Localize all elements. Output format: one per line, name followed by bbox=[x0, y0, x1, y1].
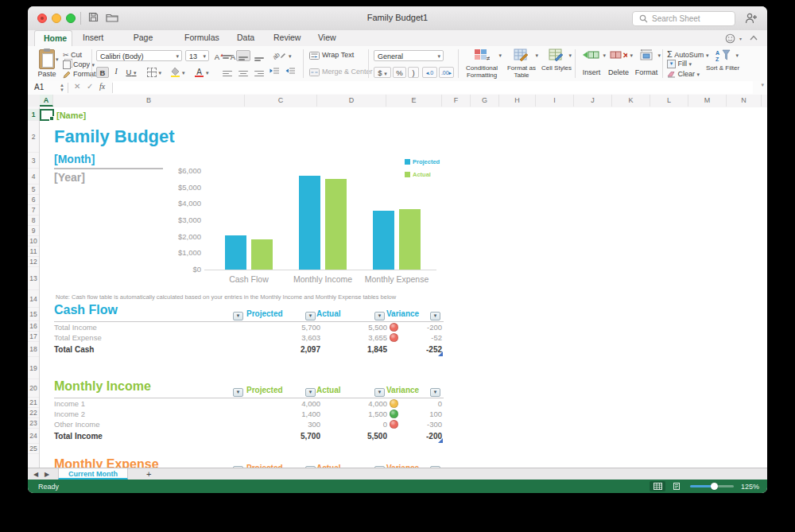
currency-format-button[interactable]: $ ▾ bbox=[374, 67, 391, 78]
tab-home[interactable]: Home bbox=[34, 30, 72, 46]
cell-note[interactable]: Note: Cash flow table is automatically c… bbox=[56, 293, 396, 301]
zoom-slider-knob[interactable] bbox=[711, 483, 718, 490]
share-add-person-icon[interactable] bbox=[745, 13, 758, 24]
column-header-n[interactable]: N bbox=[727, 95, 762, 107]
column-header-m[interactable]: M bbox=[688, 95, 727, 107]
sort-filter-button[interactable]: AZ ▾ Sort & Filter bbox=[705, 49, 740, 62]
font-size-select[interactable]: 13▾ bbox=[185, 50, 209, 61]
format-as-table-button[interactable]: ▾ Format as Table bbox=[505, 49, 538, 62]
column-header-g[interactable]: G bbox=[471, 95, 499, 107]
cut-button[interactable]: ✂ Cut bbox=[63, 50, 82, 60]
align-center-button[interactable] bbox=[236, 67, 250, 78]
filter-dropdown-button[interactable]: ▼ bbox=[305, 312, 316, 320]
row-header-12[interactable]: 12 bbox=[28, 257, 39, 267]
row-header-9[interactable]: 9 bbox=[28, 226, 39, 236]
align-middle-button[interactable] bbox=[236, 50, 250, 61]
row-header-20[interactable]: 20 bbox=[28, 379, 39, 398]
format-cells-button[interactable]: ▾ Format bbox=[634, 49, 659, 60]
fill-color-button[interactable]: ▾ bbox=[168, 67, 188, 78]
tab-page-layout[interactable]: Page Layout bbox=[114, 30, 173, 45]
row-header-25[interactable]: 25 bbox=[28, 444, 39, 454]
row-header-2[interactable]: 2 bbox=[28, 121, 39, 153]
align-right-button[interactable] bbox=[252, 67, 266, 78]
normal-view-button[interactable] bbox=[650, 481, 665, 491]
row-header-19[interactable]: 19 bbox=[28, 357, 39, 379]
cell-year-placeholder[interactable]: [Year] bbox=[54, 171, 85, 184]
merge-center-button[interactable]: Merge & Center ▾ bbox=[309, 68, 378, 76]
column-header-j[interactable]: J bbox=[574, 95, 612, 107]
search-sheet-input[interactable]: Search Sheet bbox=[632, 11, 735, 26]
next-sheet-icon[interactable]: ▶ bbox=[45, 471, 49, 478]
decrease-decimal-button[interactable]: .00▸ bbox=[439, 67, 454, 78]
column-header-l[interactable]: L bbox=[650, 95, 688, 107]
row-header-17[interactable]: 17 bbox=[28, 332, 39, 342]
filter-dropdown-button[interactable]: ▼ bbox=[374, 388, 385, 397]
row-header-4[interactable]: 4 bbox=[28, 169, 39, 184]
tab-insert[interactable]: Insert bbox=[74, 30, 111, 45]
wrap-text-button[interactable]: Wrap Text bbox=[309, 51, 354, 60]
collapse-ribbon-icon[interactable] bbox=[750, 35, 758, 41]
row-header-5[interactable]: 5 bbox=[28, 184, 39, 195]
delete-cells-button[interactable]: ✕ ▾ Delete bbox=[607, 49, 630, 60]
row-header-1[interactable]: 1 bbox=[28, 109, 39, 121]
autosum-button[interactable]: Σ AutoSum ▾ bbox=[667, 49, 708, 59]
paste-button[interactable]: ▾ Paste bbox=[34, 49, 60, 79]
tab-view[interactable]: View bbox=[309, 30, 343, 45]
cell-month-placeholder[interactable]: [Month] bbox=[54, 153, 95, 165]
row-header-13[interactable]: 13 bbox=[28, 267, 39, 290]
prev-sheet-icon[interactable]: ◀ bbox=[33, 471, 38, 478]
filter-dropdown-button[interactable]: ▼ bbox=[305, 388, 316, 397]
fill-button[interactable]: ▾ Fill ▾ bbox=[667, 60, 692, 68]
row-header-7[interactable]: 7 bbox=[28, 205, 39, 216]
conditional-formatting-button[interactable]: ≠ ▾ Conditional Formatting bbox=[462, 49, 502, 62]
align-left-button[interactable] bbox=[220, 67, 235, 78]
copy-button[interactable]: Copy ▾ bbox=[63, 60, 95, 69]
filter-dropdown-button[interactable]: ▼ bbox=[430, 388, 440, 397]
row-header-6[interactable]: 6 bbox=[28, 195, 39, 205]
comma-format-button[interactable]: ) bbox=[408, 67, 419, 78]
column-header-b[interactable]: B bbox=[53, 95, 245, 107]
tab-review[interactable]: Review bbox=[265, 30, 306, 45]
increase-decimal-button[interactable]: ◂.0 bbox=[422, 67, 437, 78]
name-box-stepper[interactable]: ▲▼ bbox=[60, 83, 64, 92]
row-header-10[interactable]: 10 bbox=[28, 236, 39, 247]
borders-button[interactable]: ▾ bbox=[144, 67, 165, 78]
font-color-button[interactable]: A ▾ bbox=[192, 67, 212, 78]
row-header-16[interactable]: 16 bbox=[28, 321, 39, 332]
filter-dropdown-button[interactable]: ▼ bbox=[374, 312, 385, 320]
row-header-11[interactable]: 11 bbox=[28, 247, 39, 257]
text-orientation-button[interactable]: ab ▾ bbox=[271, 50, 293, 61]
filter-dropdown-button[interactable]: ▼ bbox=[430, 312, 440, 320]
fx-icon[interactable]: fx bbox=[99, 82, 105, 91]
sheet-tab-current-month[interactable]: Current Month bbox=[58, 468, 128, 480]
smiley-feedback-icon[interactable] bbox=[725, 33, 735, 44]
column-header-i[interactable]: I bbox=[536, 95, 574, 107]
page-layout-view-button[interactable] bbox=[669, 481, 684, 491]
row-header-15[interactable]: 15 bbox=[28, 308, 39, 321]
row-header-24[interactable]: 24 bbox=[28, 429, 39, 444]
selected-cell-a1[interactable] bbox=[40, 109, 54, 121]
cancel-entry-icon[interactable]: ✕ bbox=[74, 82, 80, 91]
cell-sheet-title[interactable]: Family Budget bbox=[54, 126, 175, 147]
column-header-h[interactable]: H bbox=[499, 95, 536, 107]
column-header-e[interactable]: E bbox=[386, 95, 442, 107]
column-header-k[interactable]: K bbox=[612, 95, 650, 107]
filter-dropdown-button[interactable]: ▼ bbox=[233, 312, 243, 320]
cell-name-placeholder[interactable]: [Name] bbox=[56, 111, 86, 120]
decrease-indent-button[interactable] bbox=[270, 67, 284, 78]
sheet-grid[interactable]: 1234567891011121314151617181920212223242… bbox=[28, 107, 767, 468]
filter-dropdown-button[interactable]: ▼ bbox=[233, 388, 243, 397]
name-box[interactable]: A1 bbox=[28, 81, 76, 94]
row-header-14[interactable]: 14 bbox=[28, 290, 39, 308]
add-sheet-button[interactable]: + bbox=[141, 468, 157, 480]
number-format-select[interactable]: General▾ bbox=[374, 50, 444, 61]
formula-input[interactable] bbox=[113, 81, 753, 94]
row-header-3[interactable]: 3 bbox=[28, 153, 39, 169]
row-header-22[interactable]: 22 bbox=[28, 408, 39, 418]
column-header-a[interactable]: A bbox=[40, 95, 53, 107]
align-top-button[interactable] bbox=[220, 50, 235, 61]
tab-formulas[interactable]: Formulas bbox=[176, 30, 225, 45]
column-header-d[interactable]: D bbox=[317, 95, 386, 107]
confirm-entry-icon[interactable]: ✓ bbox=[87, 82, 93, 91]
font-name-select[interactable]: Calibri (Body)▾ bbox=[96, 50, 182, 61]
